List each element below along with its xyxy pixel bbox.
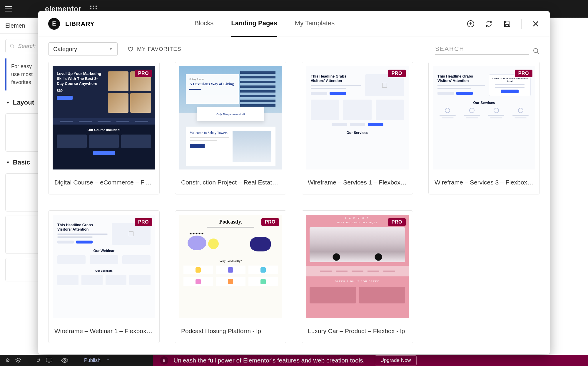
pro-badge: PRO [515,70,532,77]
promo-text: Unleash the full power of Elementor's fe… [173,357,365,364]
template-thumbnail: PRO Level Up Your Marketing Skills With … [53,66,155,169]
svg-rect-4 [93,8,94,9]
template-thumbnail: PRO L A E M O S INTRODUCING THE GQ22 SLE… [306,215,409,318]
library-tabs: Blocks Landing Pages My Templates [195,11,335,37]
template-thumbnail: PRO Sabay Towers A Luxurious Way of Livi… [179,66,282,169]
sync-icon[interactable] [485,20,493,28]
template-thumbnail: PRO Podcastly. ★★★★★ Why Poadcastly? [179,215,282,318]
responsive-icon[interactable] [46,358,61,363]
elementor-logo-icon: E [48,18,60,30]
library-body[interactable]: PRO Level Up Your Marketing Skills With … [38,62,550,354]
preview-icon[interactable] [61,358,76,363]
templates-grid: PRO Level Up Your Marketing Skills With … [48,62,540,343]
library-title: LIBRARY [65,20,95,27]
library-header: E LIBRARY Blocks Landing Pages My Templa… [38,11,550,36]
category-select-label: Category [53,46,77,53]
chevron-down-icon: ▼ [109,47,113,51]
search-placeholder: Search [18,43,36,49]
separator [521,19,522,29]
upload-icon[interactable] [467,20,475,28]
template-card[interactable]: PRO This Headline Grabs Visitors' Attent… [428,62,540,194]
tab-blocks[interactable]: Blocks [195,11,214,37]
template-card[interactable]: PRO Podcastly. ★★★★★ Why Poadcastly? Pod… [175,210,286,343]
search-input[interactable] [435,43,529,55]
search-icon[interactable] [533,48,540,55]
template-thumbnail: PRO This Headline Grabs Visitors' Attent… [433,66,535,169]
search-icon [10,43,15,49]
template-card[interactable]: PRO This Headline Grabs Visitors' Attent… [302,62,413,194]
svg-point-14 [534,48,538,53]
template-title: Wireframe – Webinar 1 – Flexbox - lp [49,322,159,343]
svg-rect-2 [96,6,97,7]
pro-badge: PRO [135,218,152,226]
svg-rect-3 [90,8,91,9]
template-card[interactable]: PRO This Headline Grabs Visitors' Attent… [48,210,160,343]
pro-badge: PRO [388,70,406,77]
elementor-badge-icon: E [160,356,168,365]
close-icon[interactable] [532,20,540,28]
library-search [435,43,540,55]
publish-button[interactable]: Publish ˄ [76,355,117,366]
promo-bar: E Unleash the full power of Elementor's … [153,355,588,366]
svg-rect-5 [96,8,97,9]
template-thumbnail: PRO This Headline Grabs Visitors' Attent… [53,215,155,318]
template-title: Wireframe – Services 3 – Flexbox - lp [429,174,539,194]
caret-down-icon: ▼ [6,100,10,105]
template-title: Digital Course – eCommerce – Flexb… [49,174,159,194]
template-card[interactable]: PRO L A E M O S INTRODUCING THE GQ22 SLE… [302,210,413,343]
category-select[interactable]: Category ▼ [48,42,118,56]
template-card[interactable]: PRO Level Up Your Marketing Skills With … [48,62,160,194]
tab-my-templates[interactable]: My Templates [295,11,335,37]
save-icon[interactable] [503,20,511,28]
library-header-tools [467,19,540,29]
hamburger-icon[interactable] [0,0,17,18]
template-thumbnail: PRO This Headline Grabs Visitors' Attent… [306,66,409,169]
pro-badge: PRO [135,70,152,77]
pro-badge: PRO [261,218,279,226]
navigator-icon[interactable] [15,357,31,363]
svg-rect-1 [93,6,94,7]
template-card[interactable]: PRO Sabay Towers A Luxurious Way of Livi… [175,62,286,194]
svg-rect-11 [46,358,52,362]
library-toolbar: Category ▼ MY FAVORITES [38,36,550,62]
template-title: Wireframe – Services 1 – Flexbox - lp [302,174,413,194]
editor-footer: ⚙ ↺ Publish ˄ E Unleash the full power o… [0,355,588,366]
settings-icon[interactable]: ⚙ [0,357,15,364]
template-title: Construction Project – Real Estate – … [175,174,286,194]
library-modal: E LIBRARY Blocks Landing Pages My Templa… [38,11,550,354]
heart-icon [128,46,133,52]
chevron-up-icon: ˄ [107,358,109,363]
upgrade-button[interactable]: Upgrade Now [375,355,417,365]
svg-point-12 [64,360,66,361]
template-title: Luxury Car – Product – Flexbox - lp [302,322,413,343]
caret-down-icon: ▼ [6,160,10,165]
my-favorites-label: MY FAVORITES [137,46,181,52]
history-icon[interactable]: ↺ [31,357,46,364]
my-favorites-toggle[interactable]: MY FAVORITES [128,46,181,52]
template-title: Podcast Hosting Platform - lp [175,322,286,343]
svg-point-9 [10,44,14,47]
tab-landing-pages[interactable]: Landing Pages [231,11,277,37]
svg-rect-0 [90,6,91,7]
